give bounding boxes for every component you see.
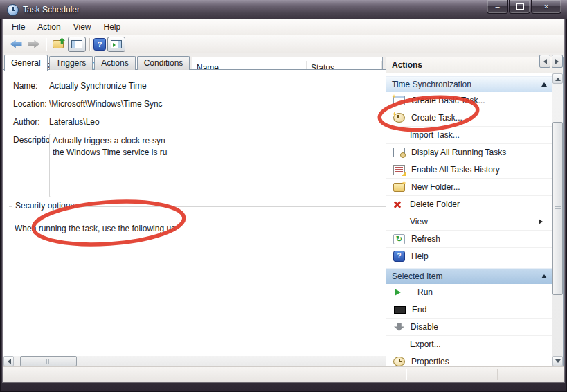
action-label: Disable bbox=[411, 322, 438, 332]
action-label: Import Task... bbox=[410, 130, 460, 140]
help-toolbar-icon[interactable] bbox=[93, 38, 106, 51]
action-export[interactable]: Export... bbox=[386, 336, 552, 353]
action-label: Refresh bbox=[411, 234, 440, 244]
tab-scroll-left-button[interactable] bbox=[539, 55, 550, 68]
action-label: Properties bbox=[411, 357, 449, 366]
security-options-label: Security options bbox=[12, 201, 78, 211]
new-folder-icon bbox=[393, 183, 405, 192]
actions-group-header-time-synchronization[interactable]: Time Synchronization bbox=[386, 76, 552, 92]
tab-general[interactable]: General bbox=[4, 55, 48, 71]
action-new-folder[interactable]: New Folder... bbox=[386, 179, 552, 196]
details-tabs: GeneralTriggersActionsConditions bbox=[4, 54, 563, 70]
scroll-left-arrow[interactable] bbox=[3, 356, 14, 366]
action-label: End bbox=[412, 305, 426, 314]
actions-pane: Actions Time SynchronizationCreate Basic… bbox=[386, 57, 564, 367]
app-clock-icon bbox=[7, 4, 19, 16]
field-label: Location: bbox=[13, 98, 49, 110]
workspace: Task Scheduler (Local)Task Scheduler Lib… bbox=[3, 53, 564, 367]
field-label: Description: bbox=[13, 134, 49, 146]
tab-scroll-right-button[interactable] bbox=[552, 55, 563, 68]
toolbar-separator bbox=[89, 38, 90, 51]
action-properties[interactable]: Properties bbox=[386, 353, 552, 366]
run-icon bbox=[395, 289, 411, 296]
actions-list: Time SynchronizationCreate Basic Task...… bbox=[386, 73, 552, 366]
console-tree-toggle-icon[interactable] bbox=[68, 37, 86, 52]
menu-action[interactable]: Action bbox=[31, 19, 66, 35]
actions-group-title: Time Synchronization bbox=[392, 80, 471, 89]
task-history-icon bbox=[393, 165, 405, 175]
action-refresh[interactable]: Refresh bbox=[386, 231, 552, 248]
statusbar-divider bbox=[497, 369, 498, 380]
action-display-all-running-tasks[interactable]: Display All Running Tasks bbox=[386, 144, 552, 161]
action-help[interactable]: Help bbox=[386, 248, 552, 265]
delete-icon bbox=[393, 200, 404, 208]
right-arrow-icon bbox=[555, 59, 561, 64]
action-import-task[interactable]: Import Task... bbox=[386, 127, 552, 144]
client-area: FileActionViewHelp Task Scheduler (Local… bbox=[3, 19, 564, 382]
action-run[interactable]: Run bbox=[386, 284, 552, 301]
menu-file[interactable]: File bbox=[6, 19, 31, 35]
action-end[interactable]: End bbox=[386, 301, 552, 319]
end-icon bbox=[394, 306, 406, 314]
minimize-icon: – bbox=[495, 3, 499, 10]
title-bar: Task Scheduler – × bbox=[0, 0, 567, 19]
action-label: View bbox=[410, 217, 428, 226]
refresh-icon bbox=[393, 234, 405, 244]
action-label: Create Task... bbox=[411, 113, 462, 123]
window-title: Task Scheduler bbox=[23, 5, 80, 15]
maximize-button[interactable] bbox=[509, 0, 530, 14]
toolbar bbox=[3, 35, 564, 53]
action-pane-toggle-icon[interactable] bbox=[107, 37, 125, 52]
tab-conditions[interactable]: Conditions bbox=[137, 56, 190, 70]
field-label: Author: bbox=[13, 116, 49, 128]
action-create-basic-task[interactable]: Create Basic Task... bbox=[386, 92, 552, 109]
back-icon[interactable] bbox=[8, 37, 24, 51]
actions-vertical-scrollbar bbox=[552, 73, 563, 366]
up-one-level-icon[interactable] bbox=[50, 37, 66, 51]
action-label: New Folder... bbox=[411, 182, 460, 192]
actions-group-title: Selected Item bbox=[392, 271, 442, 281]
disable-icon bbox=[394, 323, 404, 331]
task-details-panel: GeneralTriggersActionsConditions Name:Ac… bbox=[3, 53, 192, 243]
tab-actions[interactable]: Actions bbox=[94, 56, 135, 70]
minimize-button[interactable]: – bbox=[487, 0, 508, 14]
action-enable-all-tasks-history[interactable]: Enable All Tasks History bbox=[386, 161, 552, 179]
collapse-caret-icon bbox=[541, 80, 547, 87]
tab-scroll-buttons bbox=[539, 55, 563, 70]
actions-group-header-selected-item[interactable]: Selected Item bbox=[386, 268, 552, 284]
action-label: Display All Running Tasks bbox=[411, 148, 506, 157]
toolbar-separator bbox=[46, 38, 46, 51]
window-controls: – × bbox=[486, 0, 561, 14]
action-label: Delete Folder bbox=[410, 199, 460, 209]
maximize-icon bbox=[516, 3, 524, 10]
field-label: Name: bbox=[13, 80, 49, 92]
task-scheduler-window: Task Scheduler – × FileActionViewHelp Ta… bbox=[0, 0, 567, 392]
action-label: Export... bbox=[410, 339, 441, 349]
tab-triggers[interactable]: Triggers bbox=[49, 56, 93, 70]
collapse-caret-icon bbox=[541, 271, 547, 278]
action-label: Help bbox=[411, 251, 429, 261]
action-view[interactable]: View bbox=[386, 213, 552, 231]
action-label: Create Basic Task... bbox=[411, 96, 485, 105]
help-icon bbox=[393, 251, 405, 262]
close-button[interactable]: × bbox=[531, 0, 561, 14]
menu-help[interactable]: Help bbox=[98, 19, 127, 35]
scrollbar-thumb[interactable] bbox=[20, 356, 77, 366]
forward-icon[interactable] bbox=[26, 37, 42, 51]
properties-icon bbox=[393, 357, 405, 366]
action-create-task[interactable]: Create Task... bbox=[386, 109, 552, 127]
statusbar-divider bbox=[406, 369, 406, 380]
scrollbar-thumb[interactable] bbox=[552, 122, 563, 295]
action-label: Run bbox=[417, 287, 433, 297]
create-basic-task-icon bbox=[393, 96, 405, 105]
create-task-icon bbox=[393, 113, 405, 123]
menu-view[interactable]: View bbox=[67, 19, 98, 35]
scroll-up-arrow[interactable] bbox=[552, 73, 563, 84]
left-arrow-icon bbox=[541, 59, 547, 64]
action-delete-folder[interactable]: Delete Folder bbox=[386, 196, 552, 213]
status-bar bbox=[3, 366, 564, 382]
action-disable[interactable]: Disable bbox=[386, 319, 552, 336]
action-label: Enable All Tasks History bbox=[411, 165, 500, 175]
submenu-arrow-icon bbox=[539, 219, 546, 224]
scroll-down-arrow[interactable] bbox=[552, 356, 563, 366]
